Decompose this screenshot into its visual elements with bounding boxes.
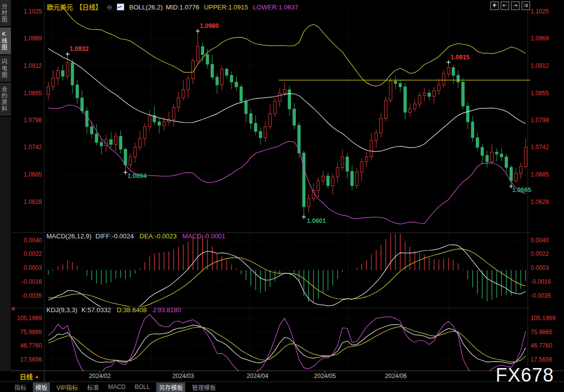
- kdj-settings-icon[interactable]: ✳: [10, 305, 16, 313]
- macd-dea-label: DEA:-0.0023: [140, 232, 177, 240]
- tab-VIP指标[interactable]: VIP指标: [54, 383, 80, 392]
- bottom-tab-bar: 指标模板VIP指标标准MACDBOLL另存模板管理模板: [11, 382, 218, 392]
- symbol-title: 欧元美元: [47, 3, 73, 11]
- price-panel: [47, 0, 527, 224]
- macd-diff-label: DIFF:-0.0024: [95, 232, 134, 240]
- price-annotation: 1.0980: [200, 22, 219, 29]
- boll-params-label: BOLL(26,2): [129, 3, 163, 11]
- kdj-j-label: J:93.8180: [153, 306, 181, 314]
- grid-layer: [0, 1, 564, 382]
- period-selector[interactable]: 日线 ▲: [15, 371, 44, 382]
- kdj-panel-header: KDJ(9,3,3)K:57.0332 D:38.6408 J:93.8180: [46, 306, 185, 314]
- period-arrow-icon: ▲: [35, 374, 39, 379]
- period-label: 日线: [20, 372, 33, 381]
- left-sidebar: 分时图K线图闪电图合约资料: [0, 0, 11, 371]
- compress-left-icon[interactable]: ⇤: [501, 1, 509, 10]
- chart-toolbar: ✚⇤⇥⇉: [490, 1, 530, 10]
- price-annotation: 1.0694: [127, 173, 146, 180]
- macd-panel: [48, 231, 526, 311]
- kdj-title: KDJ(9,3,3): [46, 306, 77, 314]
- macd-panel-header: MACD(26,12,9)DIFF:-0.0024 DEA:-0.0023 MA…: [46, 232, 230, 240]
- shift-right-icon[interactable]: ⇉: [522, 1, 530, 10]
- price-annotation: 1.0665: [512, 187, 531, 194]
- period-tag: 【日线】: [76, 3, 102, 11]
- tab-另存模板[interactable]: 另存模板: [156, 383, 185, 392]
- boll-upper-label: UPPER:1.0915: [204, 3, 248, 11]
- sidebar-item-candlestick[interactable]: K线图: [0, 27, 11, 55]
- tab-管理模板[interactable]: 管理模板: [189, 383, 218, 392]
- tab-标准[interactable]: 标准: [84, 383, 101, 392]
- indicator-chart-icon[interactable]: [117, 3, 124, 10]
- boll-lower-label: LOWER:1.0637: [253, 3, 298, 11]
- macd-title: MACD(26,12,9): [46, 232, 91, 240]
- watermark: FX678: [496, 365, 554, 386]
- compress-right-icon[interactable]: ⇥: [511, 1, 520, 10]
- tab-BOLL[interactable]: BOLL: [132, 383, 153, 391]
- annotation-layer: 1.09321.09801.09151.06941.06011.0665: [65, 22, 531, 224]
- price-annotation: 1.0932: [69, 45, 88, 52]
- boll-mid-label: MID:1.0776: [166, 3, 199, 11]
- chart-header: 欧元美元【日线】 ⊖ BOLL(26,2)MID:1.0776 UPPER:1.…: [47, 2, 301, 11]
- tab-MACD[interactable]: MACD: [105, 383, 128, 391]
- tab-指标[interactable]: 指标: [12, 383, 29, 392]
- sidebar-item-time-share[interactable]: 分时图: [0, 0, 11, 27]
- chart-canvas[interactable]: 1.09321.09801.09151.06941.06011.0665: [0, 0, 564, 392]
- sidebar-item-contract-info[interactable]: 合约资料: [0, 83, 11, 117]
- kdj-d-label: D:38.6408: [117, 306, 147, 314]
- collapse-icon[interactable]: ⊖: [107, 3, 112, 11]
- crosshair-move-icon[interactable]: ✚: [490, 1, 499, 10]
- price-annotation: 1.0601: [307, 217, 326, 224]
- sidebar-item-lightning[interactable]: 闪电图: [0, 55, 11, 83]
- tab-模板[interactable]: 模板: [33, 383, 50, 392]
- price-annotation: 1.0915: [451, 54, 470, 61]
- kdj-k-label: K:57.0332: [81, 306, 111, 314]
- macd-value-label: MACD:-0.0001: [183, 232, 226, 240]
